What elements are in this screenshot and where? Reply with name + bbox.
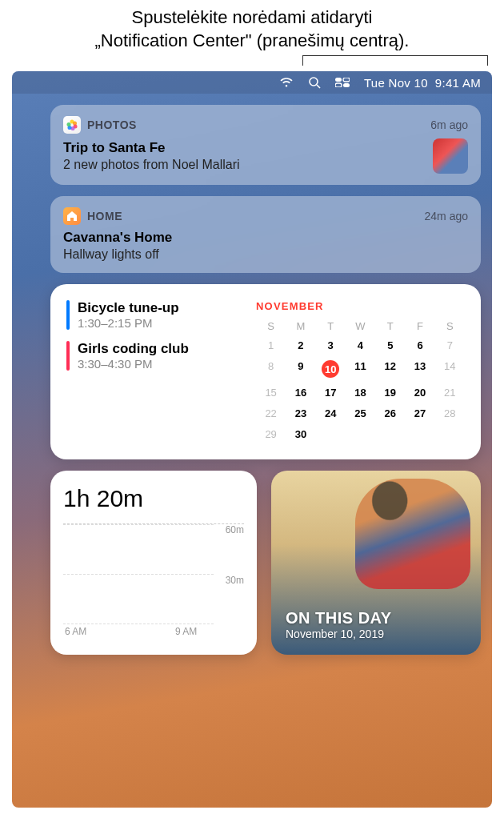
chart-xlabel: 6 AM: [65, 626, 102, 640]
chart-ylabel: 60m: [226, 524, 244, 535]
screentime-chart: 60m30m 6 AM9 AM: [63, 523, 244, 640]
chart-xlabel: 9 AM: [175, 626, 212, 640]
notification-thumbnail: [433, 138, 468, 174]
calendar-day[interactable]: 3: [316, 336, 346, 355]
notification-title: Trip to Santa Fe: [63, 140, 423, 156]
calendar-day[interactable]: 8: [256, 357, 286, 381]
screentime-widget[interactable]: 1h 20m 60m30m 6 AM9 AM: [50, 471, 257, 655]
event-time: 3:30–4:30 PM: [78, 357, 189, 371]
svg-rect-3: [343, 78, 350, 82]
notification-subtitle: 2 new photos from Noel Mallari: [63, 158, 423, 172]
calendar-day[interactable]: 23: [286, 404, 315, 423]
calendar-day[interactable]: 24: [316, 404, 346, 423]
calendar-day[interactable]: 20: [405, 383, 434, 402]
calendar-events: Bicycle tune-up 1:30–2:15 PM Girls codin…: [66, 300, 248, 443]
calendar-day[interactable]: 28: [435, 404, 465, 423]
wifi-icon[interactable]: [279, 77, 294, 88]
photos-memory-widget[interactable]: ON THIS DAY November 10, 2019: [271, 471, 481, 655]
calendar-dow: S: [435, 319, 465, 334]
memory-title: ON THIS DAY: [286, 609, 466, 628]
home-app-icon: [63, 207, 81, 225]
calendar-day[interactable]: 14: [435, 357, 465, 381]
event-color-bar: [66, 300, 70, 330]
notification-photos[interactable]: PHOTOS 6m ago Trip to Santa Fe 2 new pho…: [50, 105, 481, 185]
control-center-icon[interactable]: [335, 78, 350, 87]
calendar-grid: SMTWTFS123456789101112131415161718192021…: [256, 319, 465, 443]
event-color-bar: [66, 341, 70, 371]
calendar-day[interactable]: 17: [316, 383, 346, 402]
notification-subtitle: Hallway lights off: [63, 247, 468, 262]
svg-rect-2: [335, 78, 342, 82]
notification-home[interactable]: HOME 24m ago Cavanna's Home Hallway ligh…: [50, 196, 481, 273]
calendar-dow: W: [346, 319, 375, 334]
calendar-day[interactable]: 9: [286, 357, 315, 381]
calendar-day[interactable]: 29: [256, 425, 286, 443]
svg-rect-4: [335, 83, 342, 87]
calendar-event[interactable]: Girls coding club 3:30–4:30 PM: [66, 341, 248, 371]
calendar-day[interactable]: 15: [256, 383, 286, 402]
calendar-day[interactable]: 25: [346, 404, 375, 423]
calendar-day[interactable]: 16: [286, 383, 315, 402]
screentime-total: 1h 20m: [63, 485, 244, 512]
event-title: Bicycle tune-up: [78, 300, 179, 316]
annotation-text: Spustelėkite norėdami atidaryti „Notific…: [0, 0, 504, 55]
calendar-dow: M: [286, 319, 315, 334]
chart-ylabel: 30m: [226, 575, 244, 586]
calendar-dow: F: [405, 319, 434, 334]
notification-center-screenshot: Tue Nov 10 9:41 AM PHOTOS 6m ago Trip to…: [12, 71, 492, 808]
calendar-day[interactable]: 6: [405, 336, 434, 355]
calendar-dow: T: [316, 319, 346, 334]
calendar-day: [316, 425, 346, 443]
chart-xlabel: [138, 626, 175, 640]
calendar-day[interactable]: 22: [256, 404, 286, 423]
notification-app-name: HOME: [87, 210, 122, 223]
search-icon[interactable]: [308, 76, 321, 89]
calendar-day[interactable]: 4: [346, 336, 375, 355]
calendar-day[interactable]: 19: [375, 383, 405, 402]
event-time: 1:30–2:15 PM: [78, 316, 179, 330]
event-title: Girls coding club: [78, 341, 189, 357]
calendar-day[interactable]: 30: [286, 425, 315, 443]
calendar-day[interactable]: 7: [435, 336, 465, 355]
calendar-day: [375, 425, 405, 443]
calendar-day[interactable]: 18: [346, 383, 375, 402]
calendar-event[interactable]: Bicycle tune-up 1:30–2:15 PM: [66, 300, 248, 330]
menubar-datetime[interactable]: Tue Nov 10 9:41 AM: [364, 76, 481, 90]
calendar-day[interactable]: 21: [435, 383, 465, 402]
calendar-day[interactable]: 26: [375, 404, 405, 423]
calendar-widget[interactable]: Bicycle tune-up 1:30–2:15 PM Girls codin…: [50, 284, 481, 459]
calendar-month-view: NOVEMBER SMTWTFS123456789101112131415161…: [256, 300, 465, 443]
calendar-day[interactable]: 12: [375, 357, 405, 381]
notification-app-name: PHOTOS: [87, 118, 137, 131]
calendar-dow: S: [256, 319, 286, 334]
notification-time: 6m ago: [430, 118, 468, 131]
calendar-day[interactable]: 11: [346, 357, 375, 381]
calendar-day[interactable]: 27: [405, 404, 434, 423]
calendar-day: [405, 425, 434, 443]
calendar-day[interactable]: 5: [375, 336, 405, 355]
calendar-dow: T: [375, 319, 405, 334]
calendar-day[interactable]: 2: [286, 336, 315, 355]
calendar-day[interactable]: 10: [316, 357, 346, 381]
notification-title: Cavanna's Home: [63, 230, 468, 246]
svg-line-1: [317, 85, 320, 88]
chart-xlabel: [102, 626, 138, 640]
calendar-day[interactable]: 13: [405, 357, 434, 381]
calendar-day: [346, 425, 375, 443]
photos-app-icon: [63, 116, 81, 134]
notification-time: 24m ago: [425, 210, 468, 223]
callout-bracket: [16, 55, 488, 70]
calendar-day: [435, 425, 465, 443]
svg-rect-5: [343, 83, 350, 87]
menubar: Tue Nov 10 9:41 AM: [12, 71, 492, 94]
calendar-month-label: NOVEMBER: [256, 300, 465, 312]
svg-point-0: [310, 78, 318, 86]
svg-point-11: [67, 122, 71, 126]
calendar-day[interactable]: 1: [256, 336, 286, 355]
memory-date: November 10, 2019: [286, 628, 466, 640]
